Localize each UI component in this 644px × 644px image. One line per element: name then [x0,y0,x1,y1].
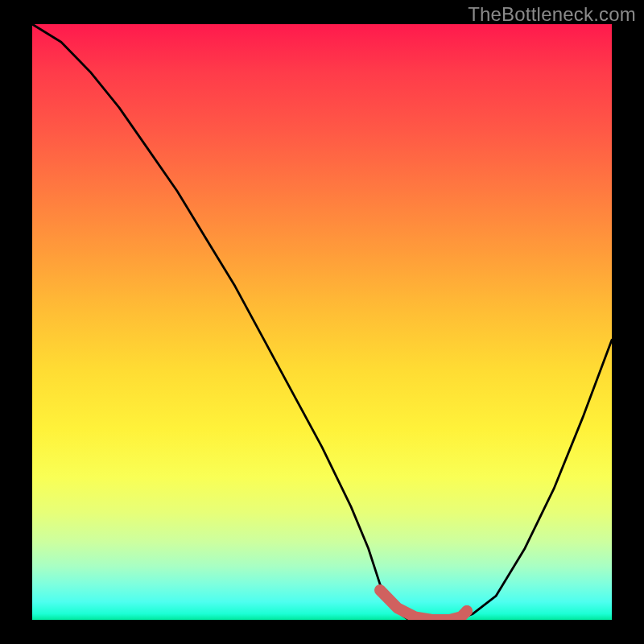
gradient-plot-area [32,24,612,620]
curve-layer [32,24,612,620]
optimal-range-end-dot [461,605,473,617]
watermark-text: TheBottleneck.com [468,3,636,26]
chart-frame: TheBottleneck.com [0,0,644,644]
optimal-range-highlight [380,590,467,620]
bottleneck-curve [32,24,612,620]
